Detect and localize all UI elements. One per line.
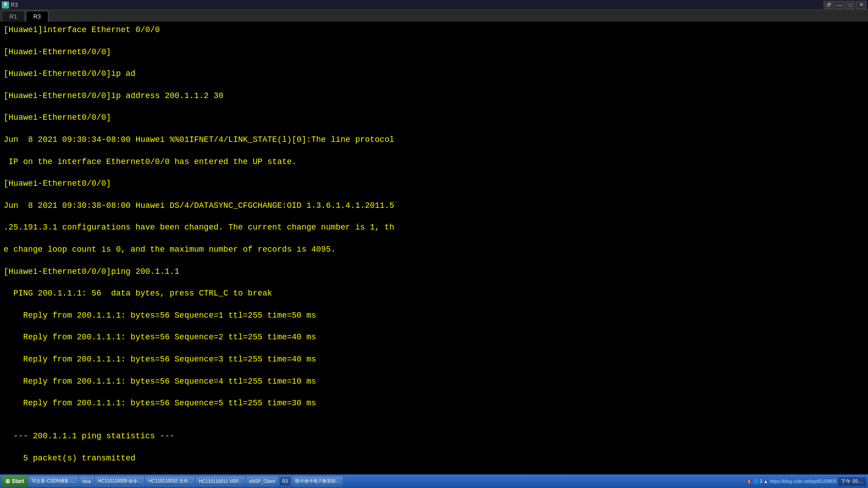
terminal-content: [Huawei]interface Ethernet 0/0/0 [Huawei…: [4, 24, 864, 474]
tab-bar: R1 R3: [0, 10, 868, 23]
minimize-button[interactable]: —: [835, 1, 844, 9]
title-bar: R R3 🗗 — □ ✕: [0, 0, 868, 10]
taskbar-btn-hc9[interactable]: HC110110009 命令...: [95, 476, 145, 486]
taskbar-btn-csdn[interactable]: 写文章-CSDN博客 -...: [28, 476, 78, 486]
taskbar-btn-hica[interactable]: hica: [79, 476, 94, 486]
app-icon: R: [2, 1, 9, 9]
tray-time: 下午 05:...: [838, 477, 866, 486]
restore-button[interactable]: 🗗: [824, 1, 834, 9]
taskbar-btn-ensp[interactable]: eNSP_Client: [246, 476, 278, 486]
maximize-button[interactable]: □: [845, 1, 855, 9]
taskbar: ⊞ Start 写文章-CSDN博客 -... hica HC110110009…: [0, 474, 868, 488]
tab-R1[interactable]: R1: [2, 11, 25, 22]
start-icon: ⊞: [5, 478, 10, 484]
taskbar-btn-hc11[interactable]: HC110110011 VRP...: [196, 476, 245, 486]
start-label: Start: [12, 478, 24, 484]
terminal[interactable]: [Huawei]interface Ethernet 0/0/0 [Huawei…: [0, 23, 868, 474]
tray-icons: 🔇 🌐 3 ▲: [746, 479, 768, 484]
taskbar-btn-jiaoban[interactable]: 朗卡他卡电子教室软...: [292, 476, 343, 486]
taskbar-btn-hc10[interactable]: HC110110010 文件...: [145, 476, 195, 486]
close-button[interactable]: ✕: [856, 1, 866, 9]
title-bar-controls: 🗗 — □ ✕: [824, 1, 866, 9]
taskbar-btn-r3[interactable]: R3: [279, 476, 291, 486]
tab-R3[interactable]: R3: [26, 11, 49, 22]
title-bar-title: R3: [11, 2, 18, 8]
start-button[interactable]: ⊞ Start: [2, 476, 28, 487]
title-bar-left: R R3: [2, 1, 18, 9]
taskbar-tray: 🔇 🌐 3 ▲ https://blog.csdn.net/qq40169806…: [746, 477, 866, 486]
tray-url: https://blog.csdn.net/qq40169806: [770, 479, 837, 484]
